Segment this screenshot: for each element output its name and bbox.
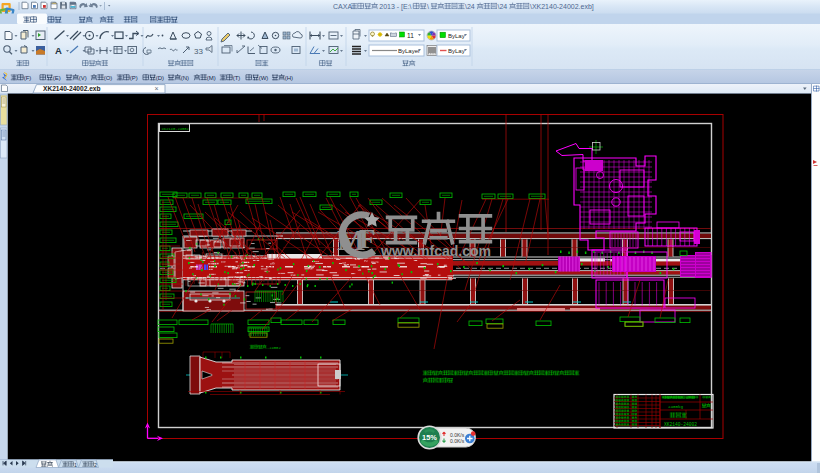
svg-text:(F): (F) [24,75,32,81]
svg-text:0.0K/s: 0.0K/s [450,438,465,444]
svg-text:2400kg: 2400kg [668,405,684,409]
svg-text:1: 1 [74,462,77,468]
svg-text:(P): (P) [130,75,138,81]
svg-text:2: 2 [94,462,97,468]
svg-text:ByLay: ByLay [448,48,465,54]
svg-text:XK2140-24002: XK2140-24002 [162,127,190,131]
svg-text:XK2140-24002: XK2140-24002 [664,422,697,427]
svg-text:(W): (W) [259,75,269,81]
svg-text:(N): (N) [181,75,189,81]
svg-text:\24: \24 [465,3,475,10]
svg-text:(D): (D) [156,75,164,81]
svg-text:15%: 15% [422,433,437,442]
svg-text:(O): (O) [104,75,113,81]
svg-text:XK2140-24002.exb: XK2140-24002.exb [43,85,101,92]
svg-text:×: × [155,85,159,92]
svg-text:(H): (H) [285,75,293,81]
svg-text:www.mfcad.com: www.mfcad.com [380,243,491,259]
svg-text:(T): (T) [233,75,241,81]
svg-text:\: \ [427,3,429,10]
svg-text:(M): (M) [207,75,216,81]
svg-text:\XK2140-24002.exb]: \XK2140-24002.exb] [530,3,594,11]
svg-text:33: 33 [194,47,203,56]
svg-text:A: A [55,45,62,56]
svg-text:0.0K/s: 0.0K/s [450,432,465,438]
svg-text:-24002: -24002 [267,346,281,350]
svg-text:(V): (V) [79,75,87,81]
svg-text:ByLay: ByLay [448,33,465,39]
svg-text:(E): (E) [53,75,61,81]
svg-text:2013 - [E:\: 2013 - [E:\ [379,3,411,11]
svg-text:ByLayer: ByLayer [398,48,420,54]
svg-text:CAXA: CAXA [333,3,352,10]
svg-text:F: F [359,224,376,254]
svg-text:\24: \24 [497,3,507,10]
svg-text:11: 11 [407,32,414,39]
